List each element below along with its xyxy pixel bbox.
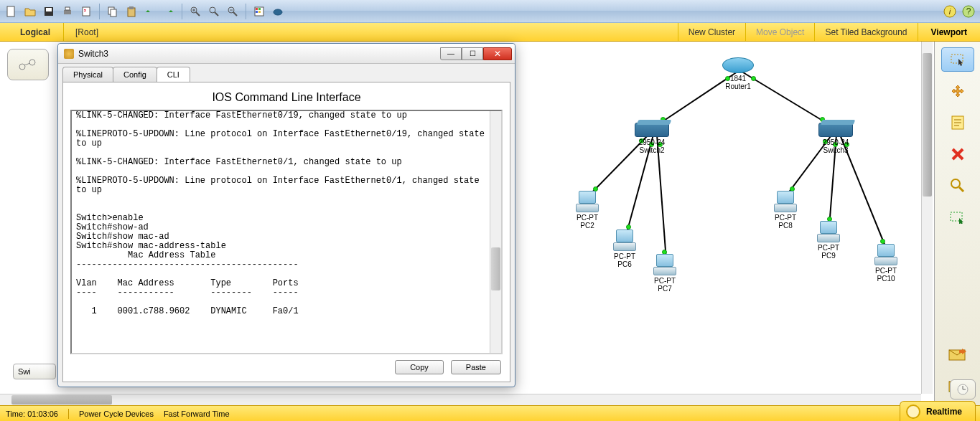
help-icon[interactable]: ? [960, 3, 977, 20]
device-pc2[interactable]: PC-PTPC2 [574, 191, 600, 230]
dialog-body: IOS Command Line Interface %LINK-5-CHANG… [62, 82, 510, 382]
close-button[interactable]: ✕ [483, 47, 512, 60]
new-file-icon[interactable] [3, 3, 20, 20]
status-bar: Time: 01:03:06 Power Cycle Devices Fast … [0, 405, 980, 421]
move-object-button[interactable]: Move Object [745, 23, 814, 41]
cli-terminal[interactable]: %LINK-5-CHANGED: Interface FastEthernet0… [70, 110, 503, 354]
tab-cli[interactable]: CLI [157, 67, 190, 82]
svg-line-48 [959, 187, 963, 191]
device-type: PC-PT [577, 214, 598, 222]
device-pc9[interactable]: PC-PTPC9 [816, 221, 841, 260]
paste-icon[interactable] [123, 3, 140, 20]
svg-rect-0 [7, 6, 14, 16]
open-file-icon[interactable] [22, 3, 39, 20]
minimize-button[interactable]: — [440, 47, 462, 60]
print-icon[interactable] [59, 3, 76, 20]
dialog-tabs: Physical Config CLI [58, 64, 515, 82]
cluster-shortcut[interactable] [7, 49, 49, 80]
simulation-tab-collapsed[interactable] [950, 379, 976, 399]
palette-icon[interactable] [251, 3, 268, 20]
clock-icon [906, 405, 920, 419]
realtime-label: Realtime [926, 407, 962, 417]
power-cycle-button[interactable]: Power Cycle Devices [79, 410, 154, 418]
svg-point-47 [951, 179, 960, 188]
svg-rect-20 [256, 8, 258, 10]
zoom-reset-icon[interactable] [205, 3, 223, 20]
inspect-tool[interactable] [943, 174, 973, 198]
device-name: PC7 [658, 285, 671, 293]
zoom-out-icon[interactable] [224, 3, 241, 20]
device-pc7[interactable]: PC-PTPC7 [652, 254, 678, 293]
undo-icon[interactable] [141, 3, 159, 20]
save-icon[interactable] [40, 3, 57, 20]
main-toolbar: i ? [0, 0, 980, 23]
device-name: Router1 [725, 82, 751, 90]
cli-title: IOS Command Line Interface [70, 91, 503, 104]
tab-physical[interactable]: Physical [62, 67, 113, 82]
svg-rect-7 [111, 9, 116, 16]
maximize-button[interactable]: ☐ [462, 47, 483, 60]
new-cluster-button[interactable]: New Cluster [678, 23, 745, 41]
set-tiled-bg-button[interactable]: Set Tiled Background [814, 23, 917, 41]
logical-tab[interactable]: Logical [0, 23, 64, 41]
device-name: PC8 [778, 222, 792, 230]
device-config-dialog: Switch3 — ☐ ✕ Physical Config CLI IOS Co… [57, 43, 515, 387]
copy-icon[interactable] [104, 3, 121, 20]
svg-rect-3 [64, 10, 71, 14]
svg-point-30 [29, 60, 35, 65]
fast-forward-button[interactable]: Fast Forward Time [164, 410, 230, 418]
place-note-tool[interactable] [943, 110, 973, 135]
svg-rect-22 [256, 11, 258, 13]
device-type: 2950-24 [823, 138, 849, 146]
svg-point-24 [274, 9, 282, 15]
svg-line-11 [196, 12, 200, 16]
breadcrumb-root[interactable]: [Root] [64, 27, 110, 37]
viewport-button[interactable]: Viewport [918, 23, 980, 41]
cli-output[interactable]: %LINK-5-CHANGED: Interface FastEthernet0… [76, 111, 488, 353]
wizard-icon[interactable] [78, 3, 95, 20]
info-icon[interactable]: i [941, 3, 958, 20]
svg-rect-4 [65, 7, 70, 10]
device-name: Switch3 [823, 146, 848, 154]
device-name: PC6 [617, 260, 631, 268]
device-name: PC10 [877, 275, 895, 283]
cli-scrollbar[interactable] [490, 111, 501, 353]
redo-icon[interactable] [160, 3, 177, 20]
device-pc8[interactable]: PC-PTPC8 [773, 191, 798, 230]
svg-rect-9 [129, 6, 134, 9]
canvas-vscroll[interactable] [921, 42, 933, 394]
device-pc10[interactable]: PC-PTPC10 [873, 244, 899, 283]
dialog-icon [64, 49, 74, 59]
resize-shape-tool[interactable] [943, 205, 973, 230]
device-type: 2950-24 [639, 138, 666, 146]
device-switch3[interactable]: 2950-24Switch3 [818, 123, 853, 154]
custom-device-icon[interactable] [269, 3, 286, 20]
svg-line-15 [215, 12, 218, 16]
svg-point-29 [19, 64, 25, 70]
canvas-hscroll[interactable] [0, 394, 921, 405]
copy-button[interactable]: Copy [395, 360, 444, 374]
device-name: PC9 [821, 252, 835, 260]
dialog-titlebar[interactable]: Switch3 — ☐ ✕ [58, 44, 515, 64]
select-tool[interactable] [941, 47, 974, 72]
logical-bar: Logical [Root] New Cluster Move Object S… [0, 23, 980, 42]
device-type: PC-PT [775, 214, 796, 222]
tool-palette [934, 42, 980, 405]
tab-config[interactable]: Config [113, 67, 157, 82]
device-pc6[interactable]: PC-PTPC6 [612, 230, 638, 268]
delete-tool[interactable] [943, 142, 973, 166]
zoom-in-icon[interactable] [187, 3, 204, 20]
device-type: PC-PT [818, 244, 839, 252]
svg-line-31 [24, 63, 30, 65]
device-router1[interactable]: 1841Router1 [722, 57, 754, 90]
device-type: PC-PT [614, 252, 635, 260]
link-status-icon [880, 239, 885, 244]
paste-button[interactable]: Paste [451, 360, 501, 374]
truncated-tab[interactable]: Swi [13, 364, 56, 379]
svg-rect-21 [258, 8, 261, 10]
device-switch2[interactable]: 2950-24Switch2 [635, 123, 669, 154]
device-type: 1841 [730, 75, 746, 82]
add-simple-pdu-tool[interactable] [943, 342, 973, 366]
move-layout-tool[interactable] [943, 79, 973, 103]
realtime-tab[interactable]: Realtime [900, 401, 976, 421]
